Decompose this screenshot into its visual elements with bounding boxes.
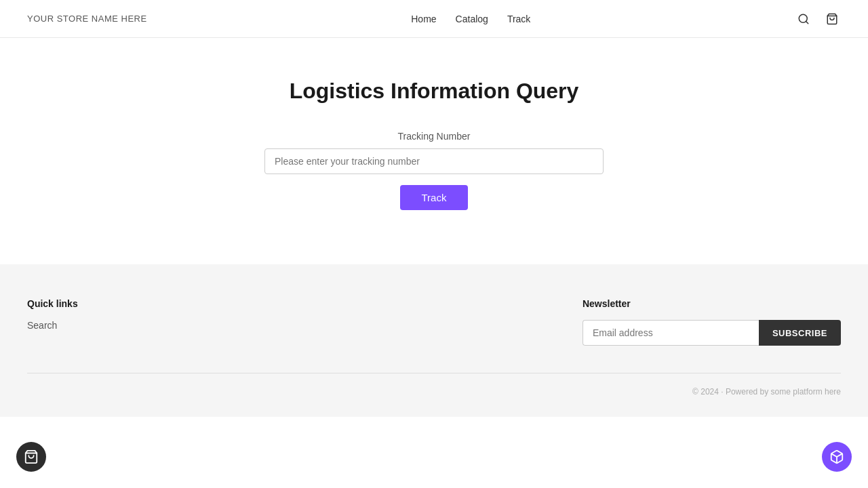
nav-catalog[interactable]: Catalog [456, 14, 488, 24]
search-button[interactable] [795, 10, 812, 28]
footer-search-link[interactable]: Search [27, 320, 78, 331]
newsletter-email-input[interactable] [583, 320, 759, 346]
footer-copyright: © 2024 · Powered by some platform here [692, 387, 841, 396]
track-button[interactable]: Track [400, 185, 469, 210]
main-nav: Home Catalog Track [411, 14, 530, 24]
box-icon [829, 449, 844, 464]
footer-quick-links: Quick links Search [27, 298, 78, 346]
cart-button[interactable] [823, 10, 841, 28]
newsletter-title: Newsletter [583, 298, 841, 309]
site-header: YOUR STORE NAME HERE Home Catalog Track [0, 0, 868, 38]
cart-icon [826, 13, 838, 25]
quick-links-title: Quick links [27, 298, 78, 309]
subscribe-button[interactable]: SUBSCRIBE [759, 320, 841, 346]
svg-line-1 [806, 21, 808, 23]
footer-bottom: © 2024 · Powered by some platform here [27, 373, 841, 396]
shopify-bag-icon [24, 449, 39, 464]
page-title: Logistics Information Query [290, 79, 579, 104]
newsletter-form: SUBSCRIBE [583, 320, 841, 346]
footer-top: Quick links Search Newsletter SUBSCRIBE [27, 298, 841, 373]
tracking-label: Tracking Number [398, 131, 471, 142]
shopify-fab[interactable] [16, 442, 46, 472]
nav-track[interactable]: Track [507, 14, 530, 24]
newsletter-section: Newsletter SUBSCRIBE [583, 298, 841, 346]
tracking-input[interactable] [264, 148, 604, 174]
nav-home[interactable]: Home [411, 14, 436, 24]
site-footer: Quick links Search Newsletter SUBSCRIBE … [0, 264, 868, 417]
site-logo: YOUR STORE NAME HERE [27, 14, 147, 24]
search-icon [797, 13, 810, 25]
main-content: Logistics Information Query Tracking Num… [0, 38, 868, 264]
tracking-section: Tracking Number Track [264, 131, 604, 210]
support-fab[interactable] [822, 442, 852, 472]
header-icons [795, 10, 841, 28]
